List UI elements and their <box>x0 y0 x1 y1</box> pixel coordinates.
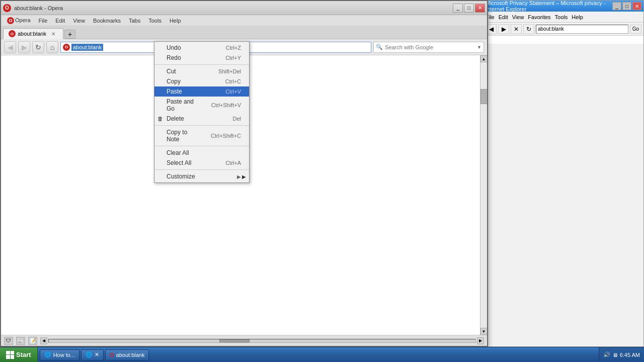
ctx-copy-to-note[interactable]: Copy to Note Ctrl+Shift+C <box>154 127 249 144</box>
ctx-sep-2 <box>154 125 249 126</box>
taskbar-item-ie[interactable]: 🌐 How to... <box>40 349 79 360</box>
opera-menu-bookmarks[interactable]: Bookmarks <box>89 17 125 25</box>
opera-menu-opera[interactable]: OOpera <box>3 16 35 25</box>
scroll-track[interactable] <box>480 62 488 328</box>
ctx-undo[interactable]: Undo Ctrl+Z <box>154 43 249 53</box>
h-scroll-thumb[interactable] <box>219 339 250 342</box>
ctx-paste-and-go-label: Paste and Go <box>167 98 201 112</box>
ctx-cut-shortcut: Shift+Del <box>218 68 241 74</box>
horizontal-scrollbar-area: ◀ ▶ <box>40 337 484 344</box>
vertical-scrollbar[interactable]: ▲ ▼ <box>480 55 487 335</box>
site-favicon: O <box>63 44 70 51</box>
ctx-sep-3 <box>154 146 249 146</box>
address-selected-text: about:blank <box>71 44 103 51</box>
opera-tab-blank[interactable]: O about:blank ✕ <box>3 28 63 39</box>
ctx-delete-label: Delete <box>167 115 222 122</box>
ie-title-text: Microsoft Privacy Statement – Microsoft … <box>486 0 612 12</box>
taskbar-opera-label: about:blank <box>116 352 145 358</box>
ie-close-btn[interactable]: ✕ <box>632 2 641 10</box>
search-bar: 🔍 ▼ <box>373 42 484 53</box>
taskbar-item-2[interactable]: 🌐 ✕ <box>81 349 104 360</box>
taskbar-ie-label: How to... <box>53 352 75 358</box>
ctx-customize[interactable]: Customize ▶ <box>154 171 249 182</box>
ctx-select-all-label: Select All <box>167 159 215 166</box>
ctx-paste[interactable]: Paste Ctrl+V <box>154 86 249 97</box>
ie-forward-btn[interactable]: ▶ <box>498 24 509 34</box>
home-button[interactable]: ⌂ <box>46 41 58 53</box>
new-tab-btn[interactable]: + <box>64 30 75 39</box>
ie-go-btn[interactable]: Go <box>630 25 641 34</box>
ie-window: Microsoft Privacy Statement – Microsoft … <box>483 0 644 347</box>
opera-menu-tabs[interactable]: Tabs <box>125 17 144 25</box>
ctx-select-all-shortcut: Ctrl+A <box>225 160 241 166</box>
start-label: Start <box>16 351 31 358</box>
taskbar-item-opera[interactable]: O about:blank <box>105 349 149 360</box>
opera-tabbar: O about:blank ✕ + <box>1 26 487 39</box>
ctx-sep-4 <box>154 169 249 170</box>
ie-titlebar-controls: _ □ ✕ <box>612 2 641 10</box>
search-icon: 🔍 <box>376 44 383 50</box>
ctx-paste-and-go[interactable]: Paste and Go Ctrl+Shift+V <box>154 97 249 114</box>
opera-logo-icon <box>3 4 11 12</box>
ctx-copy-label: Copy <box>167 78 215 85</box>
ie-stop-btn[interactable]: ✕ <box>511 24 522 34</box>
opera-title-text: about:blank - Opera <box>14 5 63 11</box>
opera-titlebar-controls: _ □ ✕ <box>453 4 485 13</box>
reload-button[interactable]: ↻ <box>32 41 44 53</box>
status-security-btn[interactable]: 🛡 <box>4 337 13 345</box>
scroll-up-btn[interactable]: ▲ <box>480 55 488 62</box>
tab-label: about:blank <box>18 31 46 37</box>
tab-close-btn[interactable]: ✕ <box>50 31 56 37</box>
taskbar-ie-icon: 🌐 <box>44 351 51 358</box>
status-notes-btn[interactable]: 📝 <box>28 337 37 345</box>
ie-refresh-btn[interactable]: ↻ <box>523 24 534 34</box>
ctx-cut[interactable]: Cut Shift+Del <box>154 66 249 76</box>
ctx-select-all[interactable]: Select All Ctrl+A <box>154 158 249 168</box>
opera-minimize-btn[interactable]: _ <box>453 4 463 13</box>
ctx-sep-1 <box>154 64 249 65</box>
ie-menu-view[interactable]: View <box>512 14 524 20</box>
tab-favicon: O <box>9 30 16 37</box>
opera-menu-view[interactable]: View <box>69 17 89 25</box>
status-feed-btn[interactable]: 📰 <box>16 337 25 345</box>
ctx-copy-shortcut: Ctrl+C <box>225 78 241 84</box>
opera-menu-file[interactable]: File <box>35 17 52 25</box>
scroll-down-btn[interactable]: ▼ <box>480 328 488 335</box>
ctx-cut-label: Cut <box>167 68 208 75</box>
start-button[interactable]: Start <box>0 347 38 362</box>
ie-maximize-btn[interactable]: □ <box>622 2 631 10</box>
ie-menu-edit[interactable]: Edit <box>499 14 508 20</box>
search-input[interactable] <box>385 44 475 50</box>
scroll-left-btn[interactable]: ◀ <box>40 337 47 344</box>
ie-minimize-btn[interactable]: _ <box>612 2 621 10</box>
opera-close-btn[interactable]: ✕ <box>475 4 485 13</box>
opera-menu-help[interactable]: Help <box>166 17 185 25</box>
ctx-clear-all[interactable]: Clear All <box>154 148 249 158</box>
scroll-thumb[interactable] <box>480 89 488 104</box>
ctx-delete[interactable]: 🗑 Delete Del <box>154 114 249 124</box>
opera-menu-tools[interactable]: Tools <box>144 17 166 25</box>
search-dropdown-icon[interactable]: ▼ <box>477 45 481 50</box>
opera-menubar: OOpera File Edit View Bookmarks Tabs Too… <box>1 15 487 26</box>
opera-menu-edit[interactable]: Edit <box>51 17 69 25</box>
ie-menu-favorites[interactable]: Favorites <box>528 14 550 20</box>
taskbar-opera-icon: O <box>110 352 114 358</box>
tray-sound-icon: 🔊 <box>603 351 610 358</box>
ctx-paste-label: Paste <box>167 88 215 95</box>
ctx-redo-label: Redo <box>167 54 215 61</box>
opera-statusbar: 🛡 📰 📝 ◀ ▶ <box>1 335 487 346</box>
ie-address-bar[interactable]: about:blank <box>536 25 628 34</box>
ie-menu-tools[interactable]: Tools <box>555 14 568 20</box>
ctx-redo[interactable]: Redo Ctrl+Y <box>154 53 249 63</box>
ie-titlebar: Microsoft Privacy Statement – Microsoft … <box>484 1 643 12</box>
forward-button[interactable]: ▶ <box>18 41 30 53</box>
ie-menu-help[interactable]: Help <box>572 14 583 20</box>
back-button[interactable]: ◀ <box>4 41 16 53</box>
ctx-customize-arrow: ▶ <box>237 174 241 179</box>
taskbar-tray: 🔊 🖥 6:45 AM <box>599 347 644 362</box>
h-scroll-track[interactable] <box>48 339 476 343</box>
ctx-copy-to-note-shortcut: Ctrl+Shift+C <box>211 133 241 139</box>
opera-maximize-btn[interactable]: □ <box>464 4 474 13</box>
scroll-right-btn[interactable]: ▶ <box>477 337 484 344</box>
ctx-copy[interactable]: Copy Ctrl+C <box>154 76 249 86</box>
